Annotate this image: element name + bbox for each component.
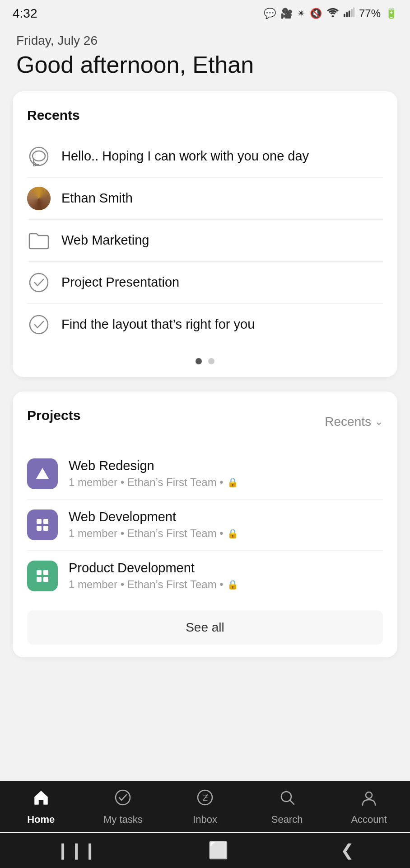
video-icon: 🎥	[280, 8, 293, 19]
greeting-text: Good afternoon, Ethan	[16, 52, 394, 79]
svg-point-7	[33, 151, 45, 161]
svg-rect-2	[346, 12, 348, 17]
svg-rect-13	[37, 526, 42, 531]
back-button[interactable]: ❮	[340, 841, 354, 860]
inbox-icon: Z z z	[196, 789, 214, 810]
projects-title: Projects	[27, 408, 80, 423]
dot-1	[196, 358, 202, 364]
web-redesign-icon	[27, 458, 58, 489]
recent-task2-text: Find the layout that’s right for you	[61, 317, 255, 332]
chevron-down-icon: ⌄	[375, 416, 383, 428]
mute-icon: 🔇	[310, 8, 322, 19]
messenger-icon: 💬	[264, 8, 276, 19]
lock-icon-3: 🔒	[227, 579, 238, 590]
status-icons: 💬 🎥 ✴ 🔇 77% 🔋	[264, 7, 397, 20]
nav-home[interactable]: Home	[14, 789, 68, 826]
svg-line-25	[290, 800, 294, 804]
svg-text:z: z	[206, 793, 208, 797]
battery-icon: 🔋	[385, 8, 397, 19]
product-development-info: Product Development 1 member • Ethan’s F…	[69, 561, 238, 591]
lock-icon-2: 🔒	[227, 528, 238, 539]
project-list: Web Redesign 1 member • Ethan’s First Te…	[27, 448, 383, 601]
recent-item-avatar[interactable]: Ethan Smith	[27, 178, 383, 220]
recents-button[interactable]: ❙❙❙	[56, 841, 97, 860]
check-circle-icon-1	[27, 271, 51, 294]
nav-account[interactable]: Account	[342, 789, 396, 826]
account-icon	[360, 789, 377, 810]
svg-marker-10	[36, 468, 49, 479]
svg-point-0	[332, 15, 334, 17]
bluetooth-icon: ✴	[297, 8, 305, 19]
svg-point-8	[30, 274, 48, 292]
svg-rect-18	[43, 577, 48, 582]
nav-my-tasks-label: My tasks	[103, 814, 143, 826]
recents-title: Recents	[27, 108, 383, 123]
home-button[interactable]: ⬜	[208, 841, 228, 860]
signal-icon	[344, 7, 354, 20]
recent-message-text: Hello.. Hoping I can work with you one d…	[61, 149, 309, 164]
my-tasks-icon	[114, 789, 131, 810]
filter-dropdown[interactable]: Recents ⌄	[325, 415, 383, 429]
search-icon	[279, 789, 296, 810]
svg-rect-15	[37, 570, 42, 575]
web-development-name: Web Development	[69, 509, 238, 524]
product-development-icon	[27, 561, 58, 591]
product-development-meta: 1 member • Ethan’s First Team • 🔒	[69, 578, 238, 591]
dot-2	[208, 358, 214, 364]
nav-my-tasks[interactable]: My tasks	[96, 789, 150, 826]
recent-item-folder[interactable]: Web Marketing	[27, 220, 383, 262]
product-development-name: Product Development	[69, 561, 238, 576]
svg-rect-4	[351, 9, 353, 17]
wifi-icon	[326, 7, 339, 20]
home-icon	[33, 789, 50, 810]
nav-search-label: Search	[271, 814, 303, 826]
nav-home-label: Home	[27, 814, 55, 826]
android-nav-bar: ❙❙❙ ⬜ ❮	[0, 833, 410, 868]
recent-avatar-text: Ethan Smith	[61, 191, 133, 206]
nav-account-label: Account	[351, 814, 387, 826]
web-redesign-meta: 1 member • Ethan’s First Team • 🔒	[69, 476, 238, 489]
recent-folder-text: Web Marketing	[61, 233, 149, 248]
lock-icon-1: 🔒	[227, 477, 238, 488]
project-item-web-development[interactable]: Web Development 1 member • Ethan’s First…	[27, 500, 383, 551]
status-bar: 4:32 💬 🎥 ✴ 🔇 77% 🔋	[0, 0, 410, 25]
nav-search[interactable]: Search	[260, 789, 314, 826]
header: Friday, July 26 Good afternoon, Ethan	[0, 25, 410, 91]
recent-item-message[interactable]: Hello.. Hoping I can work with you one d…	[27, 136, 383, 178]
recents-card: Recents Hello.. Hoping I can work with y…	[13, 91, 397, 377]
svg-rect-11	[37, 519, 42, 524]
recents-list: Hello.. Hoping I can work with you one d…	[27, 136, 383, 345]
projects-header: Projects Recents ⌄	[27, 408, 383, 436]
web-redesign-info: Web Redesign 1 member • Ethan’s First Te…	[69, 458, 238, 489]
see-all-button[interactable]: See all	[27, 610, 383, 645]
carousel-dots	[27, 358, 383, 364]
web-development-meta: 1 member • Ethan’s First Team • 🔒	[69, 527, 238, 540]
svg-rect-14	[43, 526, 48, 531]
recent-item-task1[interactable]: Project Presentation	[27, 262, 383, 304]
svg-point-9	[30, 316, 48, 334]
svg-rect-1	[344, 14, 345, 17]
projects-card: Projects Recents ⌄ Web Redesign 1 member…	[13, 392, 397, 657]
svg-rect-3	[349, 10, 350, 17]
recent-task1-text: Project Presentation	[61, 275, 179, 290]
web-development-icon	[27, 509, 58, 540]
folder-icon	[27, 229, 51, 252]
recent-item-task2[interactable]: Find the layout that’s right for you	[27, 304, 383, 345]
nav-inbox-label: Inbox	[193, 814, 217, 826]
filter-label: Recents	[325, 415, 371, 429]
battery-percent: 77%	[359, 7, 381, 20]
svg-point-19	[116, 790, 130, 805]
avatar-icon	[27, 187, 51, 210]
svg-rect-17	[37, 577, 42, 582]
date-label: Friday, July 26	[16, 33, 394, 48]
nav-inbox[interactable]: Z z z Inbox	[178, 789, 232, 826]
svg-rect-12	[43, 519, 48, 524]
svg-rect-5	[354, 7, 354, 17]
project-item-web-redesign[interactable]: Web Redesign 1 member • Ethan’s First Te…	[27, 448, 383, 500]
web-redesign-name: Web Redesign	[69, 458, 238, 473]
message-icon	[27, 145, 51, 168]
project-item-product-development[interactable]: Product Development 1 member • Ethan’s F…	[27, 551, 383, 601]
check-circle-icon-2	[27, 313, 51, 336]
status-time: 4:32	[13, 6, 37, 21]
svg-point-26	[366, 792, 372, 798]
